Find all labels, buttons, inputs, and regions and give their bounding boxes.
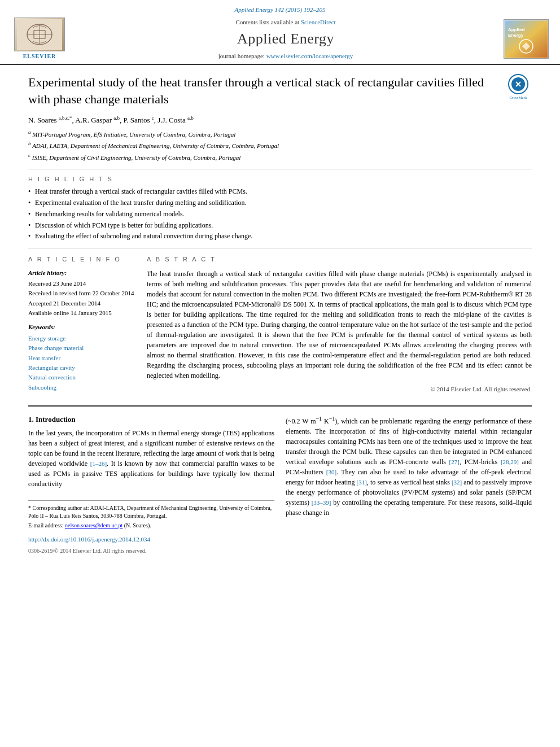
author-1: N. Soares a,b,c,* (28, 116, 72, 124)
main-content: Experimental study of the heat transfer … (0, 65, 560, 563)
journal-header: Applied Energy 142 (2015) 192–205 ELSEVI… (0, 0, 560, 65)
intro-right-col: (~0.2 W m−1 K−1), which can be problemat… (286, 414, 532, 554)
crossmark-inner (511, 77, 525, 91)
article-history: Article history: Received 23 June 2014 R… (28, 269, 135, 318)
svg-text:Energy: Energy (508, 33, 524, 38)
ref-link[interactable]: [33–39] (312, 499, 331, 506)
abstract-column: A B S T R A C T The heat transfer throug… (147, 255, 532, 397)
divider-1 (28, 169, 532, 169)
author-3: P. Santos c (123, 116, 154, 124)
ref-link[interactable]: [28,29] (501, 458, 519, 465)
highlight-item: Experimental evaluation of the heat tran… (28, 198, 532, 208)
copyright-line: © 2014 Elsevier Ltd. All rights reserved… (147, 385, 532, 394)
ref-link[interactable]: [1–26] (90, 460, 107, 467)
doi-section: http://dx.doi.org/10.1016/j.apenergy.201… (28, 534, 274, 544)
introduction-section: 1. Introduction In the last years, the i… (28, 414, 532, 554)
section-1-heading: 1. Introduction (28, 414, 274, 425)
highlight-item: Heat transfer through a vertical stack o… (28, 187, 532, 196)
article-info-abstract: A R T I C L E I N F O Article history: R… (28, 255, 532, 397)
intro-paragraph-left: In the last years, the incorporation of … (28, 428, 274, 489)
doi-link[interactable]: http://dx.doi.org/10.1016/j.apenergy.201… (28, 536, 150, 543)
applied-energy-logo: Applied Energy (504, 19, 549, 59)
crossmark-label: CrossMark (509, 95, 527, 101)
ref-link[interactable]: [30] (326, 469, 336, 475)
keywords-section: Keywords: Energy storage Phase change ma… (28, 323, 135, 392)
svg-text:Applied: Applied (508, 27, 524, 32)
abstract-title: A B S T R A C T (147, 255, 532, 264)
issn-copyright: 0306-2619/© 2014 Elsevier Ltd. All right… (28, 547, 274, 555)
available-date: Available online 14 January 2015 (28, 309, 135, 317)
highlights-list: Heat transfer through a vertical stack o… (28, 187, 532, 241)
highlights-section: H I G H L I G H T S Heat transfer throug… (28, 175, 532, 241)
homepage-url[interactable]: www.elsevier.com/locate/apenergy (266, 53, 353, 59)
highlight-item: Discussion of which PCM type is better f… (28, 221, 532, 230)
highlight-item: Evaluating the effect of subcooling and … (28, 231, 532, 241)
crossmark-badge: CrossMark (505, 74, 532, 101)
article-info-title: A R T I C L E I N F O (28, 255, 135, 264)
email-link[interactable]: nelson.soares@dem.uc.pt (65, 522, 123, 528)
revised-date: Received in revised form 22 October 2014 (28, 289, 135, 298)
elsevier-text: ELSEVIER (23, 53, 56, 60)
affil-a: a MIT-Portugal Program, EfS Initiative, … (28, 129, 532, 139)
divider-2 (28, 248, 532, 248)
keywords-label: Keywords: (28, 323, 135, 331)
journal-center: Contents lists available at ScienceDirec… (68, 18, 504, 60)
ref-link[interactable]: [27] (449, 458, 460, 465)
author-2: A.R. Gaspar a,b (75, 116, 120, 124)
abstract-text: The heat transfer through a vertical sta… (147, 269, 532, 381)
header-inner: ELSEVIER Contents lists available at Sci… (11, 18, 549, 60)
elsevier-logo-image (14, 18, 65, 51)
keyword: Heat transfer (28, 354, 135, 362)
ref-link[interactable]: [31] (357, 479, 367, 486)
main-divider (28, 405, 532, 407)
footnotes: * Corresponding author at: ADAI-LAETA, D… (28, 500, 274, 554)
keyword: Rectangular cavity (28, 364, 135, 372)
keyword: Phase change material (28, 344, 135, 352)
journal-ref: Applied Energy 142 (2015) 192–205 (11, 6, 549, 14)
affiliations: a MIT-Portugal Program, EfS Initiative, … (28, 129, 532, 161)
crossmark-circle (508, 74, 528, 94)
history-label: Article history: (28, 269, 135, 277)
keyword: Natural convection (28, 373, 135, 382)
keyword: Subcooling (28, 383, 135, 392)
affil-c: c ISISE, Department of Civil Engineering… (28, 152, 532, 162)
thermal-word: thermal (253, 470, 274, 478)
received-date: Received 23 June 2014 (28, 279, 135, 288)
corresponding-author-footnote: * Corresponding author at: ADAI-LAETA, D… (28, 504, 274, 520)
article-title: Experimental study of the heat transfer … (28, 74, 532, 107)
science-direct-line: Contents lists available at ScienceDirec… (68, 18, 504, 27)
journal-homepage: journal homepage: www.elsevier.com/locat… (68, 52, 504, 60)
author-4: J.J. Costa a,b (158, 116, 193, 124)
email-footnote: E-mail address: nelson.soares@dem.uc.pt … (28, 522, 274, 530)
elsevier-logo: ELSEVIER (11, 18, 68, 60)
authors-line: N. Soares a,b,c,*, A.R. Gaspar a,b, P. S… (28, 115, 532, 126)
science-direct-link[interactable]: ScienceDirect (301, 19, 336, 25)
article-info-column: A R T I C L E I N F O Article history: R… (28, 255, 135, 397)
journal-title: Applied Energy (68, 29, 504, 49)
ref-link[interactable]: [32] (452, 479, 462, 486)
intro-paragraph-right: (~0.2 W m−1 K−1), which can be problemat… (286, 414, 532, 518)
highlight-item: Benchmarking results for validating nume… (28, 209, 532, 219)
intro-left-col: 1. Introduction In the last years, the i… (28, 414, 274, 554)
highlights-title: H I G H L I G H T S (28, 175, 532, 184)
accepted-date: Accepted 21 December 2014 (28, 299, 135, 308)
affil-b: b ADAI, LAETA, Department of Mechanical … (28, 140, 532, 150)
keyword: Energy storage (28, 334, 135, 343)
